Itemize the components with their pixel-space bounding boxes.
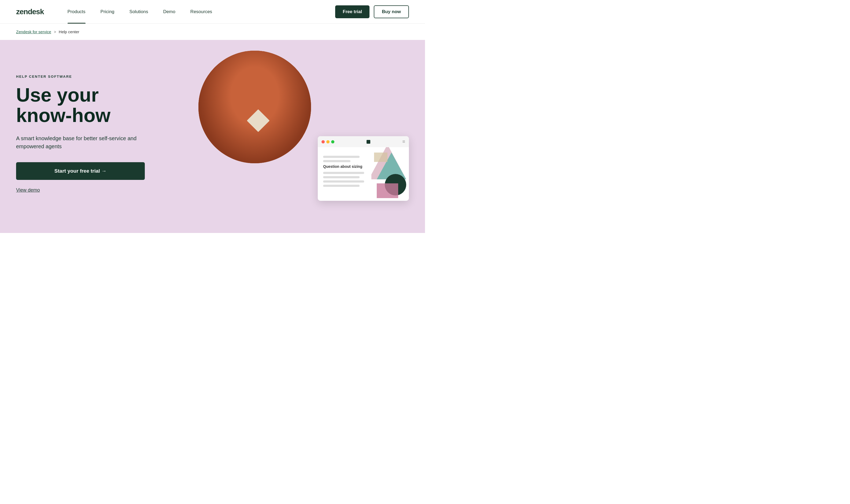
text-line-3 bbox=[323, 172, 364, 174]
breadcrumb: Zendesk for service > Help center bbox=[0, 23, 425, 40]
hero-image-circle bbox=[198, 51, 311, 163]
hero-content: HELP CENTER SOFTWARE Use your know-how A… bbox=[16, 74, 182, 193]
sweater-image bbox=[198, 51, 311, 163]
ui-card-question: Question about sizing bbox=[323, 164, 369, 169]
hero-title-line2: know-how bbox=[16, 105, 110, 126]
start-trial-button[interactable]: Start your free trial → bbox=[16, 162, 145, 180]
text-line-4 bbox=[323, 176, 360, 178]
sweater-tag bbox=[247, 109, 270, 132]
view-demo-button[interactable]: View demo bbox=[16, 187, 40, 193]
ui-card-text-lines bbox=[323, 156, 369, 162]
hero-title-line1: Use your bbox=[16, 84, 99, 106]
ui-card-overlay: ≡ Question about sizing bbox=[318, 136, 409, 201]
shape-beige bbox=[374, 152, 387, 162]
text-line-5 bbox=[323, 180, 364, 183]
window-menu-icon: ≡ bbox=[402, 139, 405, 144]
breadcrumb-parent[interactable]: Zendesk for service bbox=[16, 30, 51, 34]
text-line-6 bbox=[323, 185, 360, 187]
text-line-2 bbox=[323, 160, 350, 162]
free-trial-button[interactable]: Free trial bbox=[335, 5, 369, 18]
text-line-1 bbox=[323, 156, 360, 158]
hero-title: Use your know-how bbox=[16, 85, 171, 125]
ui-card-shapes bbox=[372, 147, 409, 201]
window-icon bbox=[366, 140, 370, 144]
shape-pink bbox=[377, 183, 398, 198]
breadcrumb-separator: > bbox=[54, 30, 56, 34]
hero-visual: ≡ Question about sizing bbox=[182, 61, 409, 206]
breadcrumb-current: Help center bbox=[59, 30, 79, 34]
nav-item-pricing[interactable]: Pricing bbox=[93, 0, 122, 23]
buy-now-button[interactable]: Buy now bbox=[374, 5, 409, 18]
window-dots bbox=[322, 140, 334, 143]
main-nav: Products Pricing Solutions Demo Resource… bbox=[60, 0, 336, 23]
hero-label: HELP CENTER SOFTWARE bbox=[16, 74, 171, 78]
hero-section: HELP CENTER SOFTWARE Use your know-how A… bbox=[0, 40, 425, 233]
hero-subtitle: A smart knowledge base for better self-s… bbox=[16, 134, 145, 150]
nav-item-demo[interactable]: Demo bbox=[156, 0, 183, 23]
dot-green bbox=[331, 140, 334, 143]
dot-yellow bbox=[326, 140, 329, 143]
nav-item-resources[interactable]: Resources bbox=[183, 0, 220, 23]
header-actions: Free trial Buy now bbox=[335, 5, 409, 18]
nav-item-products[interactable]: Products bbox=[60, 0, 93, 23]
dot-red bbox=[322, 140, 325, 143]
ui-card-header: ≡ bbox=[318, 136, 409, 147]
logo[interactable]: zendesk bbox=[16, 7, 44, 16]
site-header: zendesk Products Pricing Solutions Demo … bbox=[0, 0, 425, 23]
nav-item-solutions[interactable]: Solutions bbox=[122, 0, 156, 23]
